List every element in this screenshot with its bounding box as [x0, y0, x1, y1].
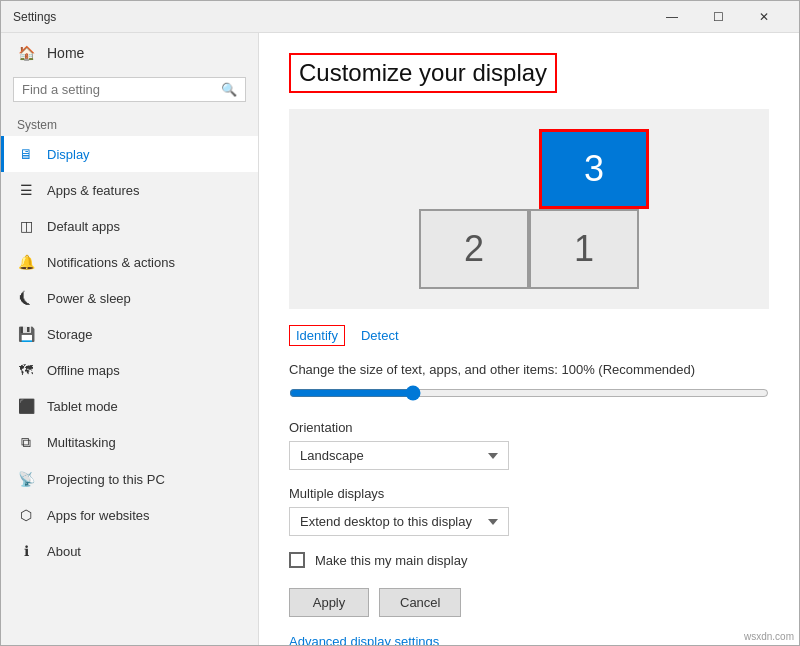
search-box[interactable]: 🔍 [13, 77, 246, 102]
tablet-mode-icon: ⬛ [17, 398, 35, 414]
sidebar-item-power-sleep[interactable]: ⏾ Power & sleep [1, 280, 258, 316]
sidebar-item-offline-maps[interactable]: 🗺 Offline maps [1, 352, 258, 388]
display-label: Display [47, 147, 90, 162]
cancel-button[interactable]: Cancel [379, 588, 461, 617]
sidebar-item-apps-websites[interactable]: ⬡ Apps for websites [1, 497, 258, 533]
sidebar-item-default-apps[interactable]: ◫ Default apps [1, 208, 258, 244]
monitor-3[interactable]: 3 [539, 129, 649, 209]
sidebar-item-multitasking[interactable]: ⧉ Multitasking [1, 424, 258, 461]
minimize-button[interactable]: — [649, 1, 695, 33]
button-row: Apply Cancel [289, 588, 769, 617]
apps-features-label: Apps & features [47, 183, 140, 198]
multiple-displays-group: Multiple displays Extend desktop to this… [289, 486, 769, 536]
display-actions: Identify Detect [289, 325, 769, 346]
multitasking-icon: ⧉ [17, 434, 35, 451]
multiple-displays-dropdown[interactable]: Extend desktop to this display Duplicate… [289, 507, 509, 536]
notifications-label: Notifications & actions [47, 255, 175, 270]
main-display-label: Make this my main display [315, 553, 467, 568]
main-layout: 🏠 Home 🔍 System 🖥 Display ☰ Apps & featu… [1, 33, 799, 646]
projecting-label: Projecting to this PC [47, 472, 165, 487]
detect-button[interactable]: Detect [361, 325, 399, 346]
apps-websites-icon: ⬡ [17, 507, 35, 523]
display-preview: 3 2 1 [289, 109, 769, 309]
system-section-label: System [1, 110, 258, 136]
main-display-checkbox[interactable] [289, 552, 305, 568]
default-apps-label: Default apps [47, 219, 120, 234]
about-label: About [47, 544, 81, 559]
watermark: wsxdn.com [744, 631, 794, 642]
display-icon: 🖥 [17, 146, 35, 162]
main-display-row: Make this my main display [289, 552, 769, 568]
scale-label: Change the size of text, apps, and other… [289, 362, 769, 377]
page-title: Customize your display [289, 53, 557, 93]
monitor-2[interactable]: 2 [419, 209, 529, 289]
close-button[interactable]: ✕ [741, 1, 787, 33]
sidebar-item-projecting[interactable]: 📡 Projecting to this PC [1, 461, 258, 497]
search-input[interactable] [22, 82, 221, 97]
power-sleep-label: Power & sleep [47, 291, 131, 306]
sidebar-item-notifications[interactable]: 🔔 Notifications & actions [1, 244, 258, 280]
multitasking-label: Multitasking [47, 435, 116, 450]
sidebar-item-display[interactable]: 🖥 Display [1, 136, 258, 172]
notifications-icon: 🔔 [17, 254, 35, 270]
sidebar-item-tablet-mode[interactable]: ⬛ Tablet mode [1, 388, 258, 424]
scale-section: Change the size of text, apps, and other… [289, 362, 769, 404]
content-area: Customize your display 3 2 1 Identify De… [259, 33, 799, 646]
storage-icon: 💾 [17, 326, 35, 342]
storage-label: Storage [47, 327, 93, 342]
sidebar-item-storage[interactable]: 💾 Storage [1, 316, 258, 352]
tablet-mode-label: Tablet mode [47, 399, 118, 414]
apps-websites-label: Apps for websites [47, 508, 150, 523]
app-title: Settings [13, 10, 56, 24]
search-icon: 🔍 [221, 82, 237, 97]
sidebar-item-home[interactable]: 🏠 Home [1, 33, 258, 73]
identify-button[interactable]: Identify [289, 325, 345, 346]
maximize-button[interactable]: ☐ [695, 1, 741, 33]
orientation-group: Orientation Landscape Portrait Landscape… [289, 420, 769, 470]
offline-maps-icon: 🗺 [17, 362, 35, 378]
home-icon: 🏠 [17, 45, 35, 61]
projecting-icon: 📡 [17, 471, 35, 487]
titlebar: Settings — ☐ ✕ [1, 1, 799, 33]
about-icon: ℹ [17, 543, 35, 559]
apply-button[interactable]: Apply [289, 588, 369, 617]
power-sleep-icon: ⏾ [17, 290, 35, 306]
sidebar-item-apps-features[interactable]: ☰ Apps & features [1, 172, 258, 208]
orientation-label: Orientation [289, 420, 769, 435]
sidebar-item-about[interactable]: ℹ About [1, 533, 258, 569]
sidebar: 🏠 Home 🔍 System 🖥 Display ☰ Apps & featu… [1, 33, 259, 646]
home-label: Home [47, 45, 84, 61]
window-controls: — ☐ ✕ [649, 1, 787, 33]
apps-features-icon: ☰ [17, 182, 35, 198]
default-apps-icon: ◫ [17, 218, 35, 234]
offline-maps-label: Offline maps [47, 363, 120, 378]
scale-slider[interactable] [289, 385, 769, 401]
multiple-displays-label: Multiple displays [289, 486, 769, 501]
orientation-dropdown[interactable]: Landscape Portrait Landscape (flipped) P… [289, 441, 509, 470]
advanced-display-link[interactable]: Advanced display settings [289, 634, 439, 646]
monitor-1[interactable]: 1 [529, 209, 639, 289]
